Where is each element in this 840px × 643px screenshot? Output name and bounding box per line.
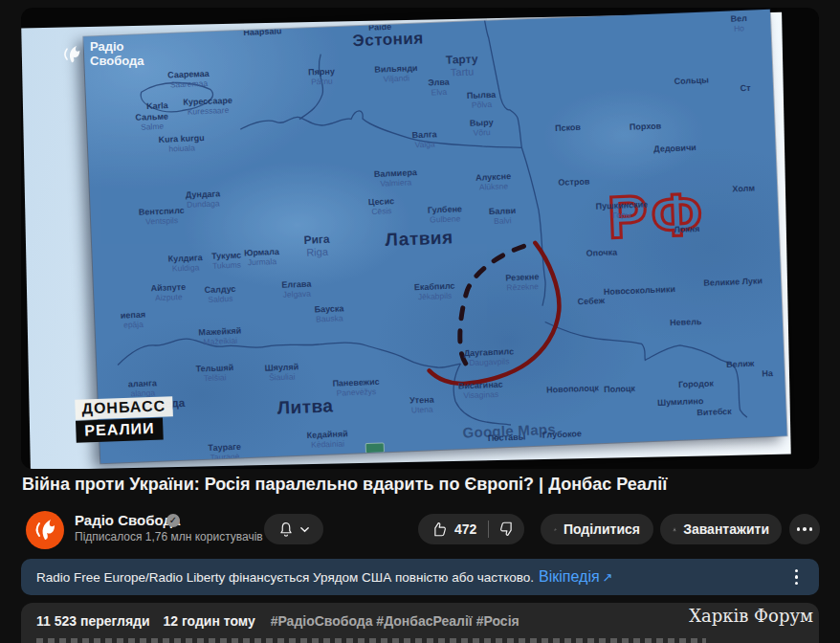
bell-icon [277, 521, 295, 538]
like-dislike-pill: 472 [418, 514, 524, 544]
map-label: ДаугавпилсDaugavpils [464, 347, 515, 367]
wikipedia-link[interactable]: Вікіпедія [539, 568, 600, 586]
video-player[interactable]: РФ ЭстонияЛатвияЛитваHaapsaluPaideПярнуP… [21, 8, 819, 469]
map-label: СааремааSaaremaa [167, 70, 210, 90]
map-label: Холм [732, 185, 755, 195]
map-label: ЮрмалаJurmala [244, 248, 280, 268]
map-paper: РФ ЭстонияЛатвияЛитваHaapsaluPaideПярнуP… [83, 10, 786, 463]
notifications-bell-button[interactable] [264, 514, 323, 544]
map-label: ПаневежисPanevėžys [332, 378, 380, 398]
map-label: ВалгаValga [412, 130, 438, 149]
external-link-arrow-icon: ↗ [603, 570, 613, 585]
map-label: РезекнеRēzekne [505, 273, 540, 293]
map-label: КурессаареKuressaare [183, 97, 232, 117]
description-meta-line: 11 523 перегляди 12 годин тому #РадіоСво… [36, 613, 519, 629]
radio-svoboda-bird-icon [57, 40, 86, 69]
map-label: ТукумсTukums [211, 252, 242, 271]
video-title: Війна проти України: Росія паралельно вд… [22, 475, 799, 495]
clipped-description-text [36, 638, 706, 643]
description-box[interactable]: 11 523 перегляди 12 годин тому #РадіоСво… [21, 603, 819, 643]
map-label: алангаalanga [128, 379, 158, 398]
map-label: Витебск [696, 408, 732, 418]
watermark-realii: РЕАЛИИ [76, 418, 164, 443]
thumb-up-icon [431, 521, 448, 538]
download-label: Завантажити [683, 521, 769, 537]
dislike-button[interactable] [489, 514, 524, 544]
map-label: Kura kurguhoiuala [159, 134, 206, 154]
channel-name[interactable]: Радіо Свобода [75, 512, 180, 528]
map-label: Псков [555, 123, 581, 134]
map-label: иепаяepāja [121, 311, 146, 330]
map-label: РигаRiga [303, 233, 330, 258]
map-label: ВисагинасVisaginas [458, 381, 504, 401]
map-label: ВыруVõru [470, 119, 494, 138]
map-label: УтенаUtena [409, 396, 434, 415]
map-label: БалвиBalvi [489, 207, 517, 226]
download-button[interactable]: Завантажити [660, 514, 782, 544]
country-label: Литва [276, 395, 334, 418]
map-label: ГулбенеGulbene [428, 205, 463, 225]
map-label: ТельшяйTelšiai [195, 364, 233, 384]
map-label: ПярнуPärnu [308, 67, 335, 86]
share-label: Поділитися [564, 521, 640, 537]
more-actions-button[interactable] [789, 514, 820, 544]
map-label: Невель [670, 318, 702, 328]
map-label: ВильяндиViljandi [374, 64, 418, 84]
map-label: ШяуляйŠiauliai [264, 363, 298, 383]
map-label: ЭлваElva [428, 78, 450, 98]
like-count: 472 [454, 521, 476, 537]
subscriber-count: Підписалося 1,76 млн користувачів [75, 530, 263, 543]
map-label: КулдигаKuldiga [168, 254, 204, 274]
like-button[interactable]: 472 [418, 514, 488, 544]
ellipsis-icon [797, 527, 813, 531]
map-label: Шумилино [657, 397, 704, 409]
map-label: ВентспилсVentspils [139, 207, 186, 227]
map-label: ЕлгаваJelgava [281, 280, 312, 299]
map-label: На [762, 369, 773, 379]
map-label: Локня [674, 225, 699, 235]
map-label: МажейкяйMažeikiai [198, 327, 241, 347]
map-label: КедайняйKėdainiai [307, 430, 349, 450]
map-label: ТартуTartu [446, 53, 479, 78]
map-label: Себеж [578, 297, 606, 307]
map-label: Опочка [586, 248, 617, 258]
map-label: ВалмиераValmiera [374, 168, 418, 188]
map-label: Дедовичи [653, 144, 696, 155]
map-label: СальмеSalme [135, 112, 168, 132]
map-label: Ст [740, 84, 750, 94]
map-label: Городок [678, 380, 714, 390]
map-label: АйзпутеAizpute [151, 283, 187, 303]
map-label: СалдусSaldus [204, 285, 236, 305]
view-count: 11 523 перегляди [36, 613, 150, 629]
banner-kebab-menu-icon[interactable] [789, 565, 805, 589]
download-icon [673, 521, 676, 539]
thumb-down-icon [498, 521, 516, 538]
map-label: Полоцк [604, 385, 635, 395]
share-arrow-icon [554, 521, 557, 539]
logo-line2: Свобода [90, 55, 144, 69]
verified-badge-icon: ✓ [166, 514, 180, 527]
map-label: ПушкинскиеГоры [595, 200, 648, 220]
country-label: Эстония [352, 29, 424, 51]
map-label: АлукснеAlūksne [475, 172, 512, 192]
banner-text: Radio Free Europe/Radio Liberty фінансує… [36, 570, 534, 585]
share-button[interactable]: Поділитися [541, 514, 653, 544]
logo-line1: Радіо [90, 40, 144, 55]
hashtags[interactable]: #РадіоСвобода #ДонбасРеалії #Росія [271, 613, 519, 629]
map-label: Велиж [726, 360, 755, 370]
channel-logo-watermark: Радіо Свобода [57, 40, 144, 69]
map-label: Остров [558, 178, 589, 188]
map-label: Порхов [630, 122, 662, 132]
map-label: Сольцы [674, 76, 709, 86]
map-label: БаускаBauska [314, 304, 344, 323]
map-label: ЕкабпилсJēkabpils [414, 282, 455, 302]
map-label: Karla [146, 101, 168, 112]
channel-avatar[interactable] [26, 511, 64, 549]
country-label: Латвия [385, 227, 453, 251]
map-label: ДундагаDundaga [186, 189, 221, 210]
map-label: ЦесисCēsis [368, 197, 395, 216]
watermark-donbass: ДОНБАСС [75, 396, 172, 420]
channel-row: Радіо Свобода ✓ Підписалося 1,76 млн кор… [21, 510, 819, 548]
map-label: ПылваPõlva [467, 91, 497, 110]
upload-age: 12 годин тому [163, 613, 254, 629]
